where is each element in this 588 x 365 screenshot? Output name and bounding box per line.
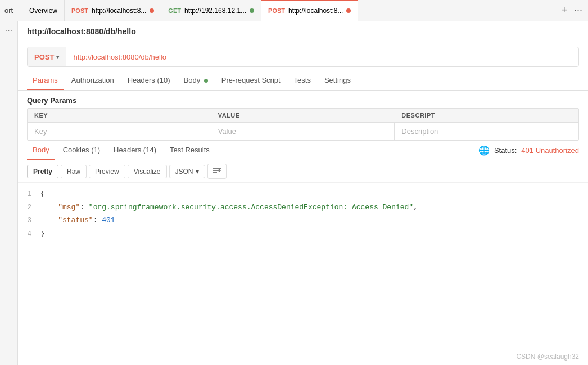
globe-icon: 🌐: [478, 145, 490, 156]
tab-post-1[interactable]: POST http://localhost:8...: [65, 0, 161, 21]
pretty-button[interactable]: Pretty: [27, 165, 58, 178]
tab-get-1-url: http://192.168.12.1...: [184, 7, 246, 15]
col-value-header: VALUE: [211, 109, 395, 122]
tab-post-1-url: http://localhost:8...: [92, 7, 146, 15]
response-tabs: Body Cookies (1) Headers (14) Test Resul…: [18, 141, 588, 160]
add-tab-button[interactable]: +: [561, 4, 567, 16]
col-key-header: KEY: [28, 109, 211, 122]
response-tab-test-results[interactable]: Test Results: [164, 141, 215, 160]
code-line-3: 3 "status": 401: [18, 214, 588, 227]
tab-partial: ort: [0, 0, 22, 21]
preview-button[interactable]: Preview: [89, 165, 125, 178]
tab-post-2-method: POST: [268, 7, 285, 14]
line-num-2: 2: [18, 202, 40, 214]
request-tabs-nav: Params Authorization Headers (10) Body P…: [18, 71, 588, 91]
params-table-row: Key Value Description: [28, 123, 578, 140]
tab-post-2-dot: [346, 8, 351, 13]
tab-post-1-method: POST: [71, 7, 88, 14]
json-selector[interactable]: JSON ▾: [169, 165, 205, 178]
tab-nav-tests[interactable]: Tests: [288, 71, 316, 90]
tab-nav-params[interactable]: Params: [27, 71, 64, 90]
desc-placeholder[interactable]: Description: [395, 123, 578, 140]
sidebar-dots[interactable]: ···: [5, 26, 12, 36]
tab-post-1-dot: [150, 8, 154, 13]
tab-get-1-method: GET: [168, 7, 181, 14]
tab-get-1-dot: [250, 8, 254, 13]
params-table: KEY VALUE DESCRIPT Key Value Description: [27, 108, 579, 141]
tab-nav-authorization[interactable]: Authorization: [66, 71, 120, 90]
tab-get-1[interactable]: GET http://192.168.12.1...: [161, 0, 261, 21]
response-tab-cookies[interactable]: Cookies (1): [57, 141, 106, 160]
params-table-header: KEY VALUE DESCRIPT: [28, 109, 578, 123]
line-num-1: 1: [18, 188, 40, 201]
tab-nav-headers[interactable]: Headers (10): [122, 71, 176, 90]
url-title: http://localhost:8080/db/hello: [27, 27, 136, 36]
code-content-2: "msg": "org.springframework.security.acc…: [40, 201, 588, 214]
key-placeholder[interactable]: Key: [28, 123, 211, 140]
response-tab-headers[interactable]: Headers (14): [108, 141, 162, 160]
more-tabs-button[interactable]: ···: [574, 4, 582, 16]
tab-actions: + ···: [555, 0, 588, 21]
wrap-icon: [212, 166, 221, 174]
json-label: JSON: [175, 168, 193, 175]
code-content-1: {: [40, 187, 588, 200]
watermark: CSDN @sealaugh32: [18, 350, 588, 365]
method-chevron: ▾: [56, 54, 59, 60]
sidebar-strip: ···: [0, 21, 18, 365]
body-green-dot: [204, 79, 208, 83]
response-section: Body Cookies (1) Headers (14) Test Resul…: [18, 141, 588, 365]
json-chevron-icon: ▾: [196, 168, 199, 175]
partial-label: ort: [4, 6, 13, 15]
wrap-button[interactable]: [207, 164, 227, 179]
main-layout: ··· http://localhost:8080/db/hello POST …: [0, 21, 588, 365]
query-params-header: Query Params: [18, 91, 588, 108]
col-desc-header: DESCRIPT: [395, 109, 578, 122]
url-bar-container: http://localhost:8080/db/hello: [18, 21, 588, 42]
tab-post-2[interactable]: POST http://localhost:8...: [261, 0, 358, 21]
response-tab-body[interactable]: Body: [27, 141, 55, 160]
code-line-1: 1 {: [18, 187, 588, 201]
tab-post-2-url: http://localhost:8...: [288, 7, 343, 15]
url-input[interactable]: [66, 53, 578, 61]
tab-overview-label: Overview: [29, 7, 57, 15]
code-content-4: }: [40, 227, 588, 240]
tab-nav-prerequest[interactable]: Pre-request Script: [216, 71, 286, 90]
raw-button[interactable]: Raw: [61, 165, 87, 178]
method-label: POST: [34, 53, 54, 61]
line-num-4: 4: [18, 228, 40, 241]
code-area[interactable]: 1 { 2 "msg": "org.springframework.securi…: [18, 183, 588, 350]
tab-nav-body[interactable]: Body: [178, 71, 214, 90]
tab-bar: ort Overview POST http://localhost:8... …: [0, 0, 588, 21]
visualize-button[interactable]: Visualize: [128, 165, 167, 178]
line-num-3: 3: [18, 215, 40, 227]
code-content-3: "status": 401: [40, 214, 588, 227]
status-area: 🌐 Status: 401 Unauthorized: [478, 145, 579, 156]
value-placeholder[interactable]: Value: [211, 123, 395, 140]
code-line-2: 2 "msg": "org.springframework.security.a…: [18, 201, 588, 214]
tab-nav-settings[interactable]: Settings: [319, 71, 356, 90]
headers-badge: (10): [157, 76, 170, 84]
code-line-4: 4 }: [18, 227, 588, 241]
method-selector[interactable]: POST ▾: [28, 47, 66, 66]
status-label: Status:: [494, 146, 517, 155]
status-value: 401 Unauthorized: [521, 146, 579, 155]
main-content: http://localhost:8080/db/hello POST ▾ Pa…: [18, 21, 588, 365]
tab-overview[interactable]: Overview: [22, 0, 65, 21]
request-bar: POST ▾: [27, 47, 579, 67]
response-toolbar: Pretty Raw Preview Visualize JSON ▾: [18, 160, 588, 183]
